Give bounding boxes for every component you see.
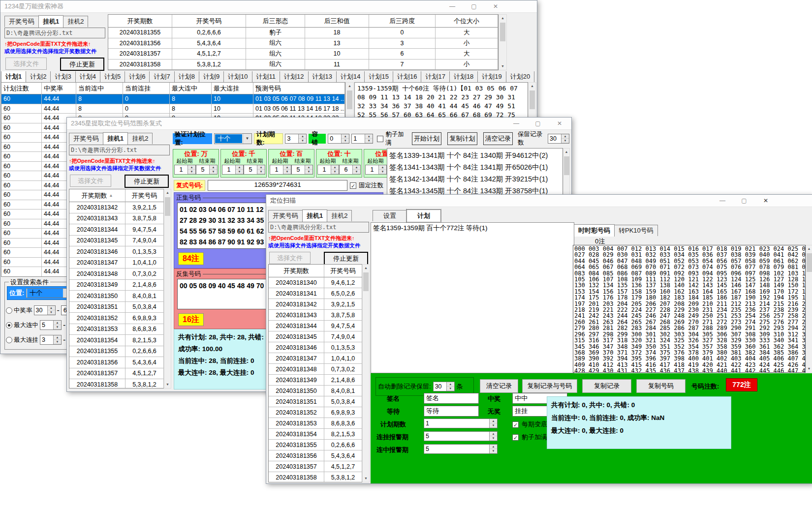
stop-update-button[interactable]: 停止更新 <box>60 58 104 71</box>
spinner-buttons[interactable]: ▲▼ <box>257 165 265 174</box>
choose-file-button[interactable]: 选择文件 <box>70 175 111 187</box>
table-row[interactable]: 2024031813526,9,8,9,3 <box>269 407 362 418</box>
table-row[interactable]: 2024031813433,8,7,5,8 <box>269 310 362 321</box>
table-row[interactable]: 2024031813548,2,1,5,3 <box>269 429 362 440</box>
win2-titlebar[interactable]: 2345星提取定位号码范围杀复式 — ▢ ✕ <box>67 118 571 130</box>
close-icon[interactable]: ✕ <box>549 118 570 130</box>
table-row[interactable]: 2024031813449,4,7,5,4 <box>269 321 362 331</box>
stop-update-button[interactable]: 停止更新 <box>125 175 169 188</box>
tab-计划12[interactable]: 计划12 <box>280 71 308 82</box>
tolerance-spinner-1[interactable]: 0▲▼ <box>328 134 349 144</box>
spinner-buttons[interactable]: ▲▼ <box>53 335 61 344</box>
table-row[interactable]: 2024031813585,3,8,1,2组六117小 <box>108 60 498 70</box>
radio-最大连中[interactable] <box>6 322 12 329</box>
table-row[interactable]: 2024031813409,4,6,1,2 <box>269 277 362 288</box>
spinner[interactable]: 1▲▼ <box>174 165 196 175</box>
close-icon[interactable]: ✕ <box>485 0 506 13</box>
table-row[interactable]: 2024031813480,7,3,0,2 <box>69 269 164 280</box>
table-row[interactable]: 2024031813492,1,4,8,6 <box>69 280 164 291</box>
tab-计划6[interactable]: 计划6 <box>125 71 150 82</box>
choose-file-button[interactable]: 选择文件 <box>269 252 311 264</box>
choose-file-button[interactable]: 选择文件 <box>5 58 47 70</box>
spinner-buttons[interactable]: ▲▼ <box>283 165 291 174</box>
column-header-0[interactable]: 开奖期数 <box>108 15 172 28</box>
table-row[interactable]: 2024031813492,1,4,8,6 <box>269 375 362 386</box>
column-header-0[interactable]: 开奖期数 ▲ <box>69 189 125 202</box>
table-row[interactable]: 2024031813526,9,8,9,3 <box>69 313 164 324</box>
tab-计划15[interactable]: 计划15 <box>364 71 393 82</box>
spinner-buttons[interactable]: ▲▼ <box>331 165 339 174</box>
tab-计划18[interactable]: 计划18 <box>449 71 478 82</box>
clear-records-button[interactable]: 清空记录 <box>480 379 518 393</box>
table-row[interactable]: 2024031813548,2,1,5,3 <box>69 335 164 346</box>
table-row[interactable]: 2024031813538,6,8,3,6 <box>269 418 362 429</box>
change-base-checkbox[interactable]: ✓ <box>512 420 519 429</box>
tab-计划2[interactable]: 计划2 <box>26 71 51 82</box>
spinner[interactable]: 1▲▼ <box>365 165 387 175</box>
spinner[interactable]: 5▲▼ <box>196 165 218 175</box>
table-row[interactable]: 2024031813480,7,3,0,2 <box>269 364 362 375</box>
column-header-2[interactable]: 后三形态 <box>246 15 305 28</box>
column-header-1[interactable]: 开奖号码 <box>125 189 164 202</box>
win3-titlebar[interactable]: 定位扫描 — ▢ ✕ <box>266 195 812 207</box>
file-path-field[interactable]: D:\奇趣腾讯分分彩.txt <box>268 222 369 233</box>
column-header-2[interactable]: 当前连中 <box>76 83 123 94</box>
start-plan-button[interactable]: 开始计划 <box>412 132 441 145</box>
spinner-buttons[interactable]: ▲▼ <box>187 165 195 174</box>
draw-table-scrollbar[interactable]: ▲▼ <box>499 14 507 70</box>
tab-时时彩号码[interactable]: 时时彩号码 <box>574 224 615 237</box>
verify-pos-combobox[interactable]: 十个 ▼ <box>214 133 252 144</box>
spinner-buttons[interactable]: ▲▼ <box>209 165 217 174</box>
tab-挂机2[interactable]: 挂机2 <box>127 133 153 144</box>
draw-table-scrollbar[interactable]: ▲▼ <box>164 189 171 388</box>
spinner-buttons[interactable]: ▲▼ <box>235 165 243 174</box>
tab-挂机1[interactable]: 挂机1 <box>302 209 327 222</box>
file-path-field[interactable]: D:\奇趣腾讯分分彩.txt <box>69 145 170 155</box>
column-header-0[interactable]: 开奖期数 <box>269 265 324 277</box>
tab-计划7[interactable]: 计划7 <box>149 71 174 82</box>
spinner[interactable]: 1▲▼ <box>270 165 291 175</box>
column-header-5[interactable]: 最大连挂 <box>212 83 253 94</box>
tab-计划11[interactable]: 计划11 <box>252 71 281 82</box>
table-row[interactable]: 2024031813550,2,6,6,6豹子180大 <box>108 28 498 38</box>
minimize-icon[interactable]: — <box>441 0 463 13</box>
spinner[interactable]: 5▲▼ <box>244 165 265 175</box>
baozi-full-checkbox[interactable]: ✓ <box>512 433 519 442</box>
spinner[interactable]: 1▲▼ <box>222 165 244 175</box>
table-row[interactable]: 2024031813433,8,7,5,8 <box>69 213 164 225</box>
spinner[interactable]: 3▲▼ <box>40 335 62 345</box>
column-header-0[interactable]: 计划注数 <box>1 83 42 94</box>
column-header-1[interactable]: 中奖率 <box>42 83 76 94</box>
tab-计划14[interactable]: 计划14 <box>336 71 365 82</box>
spinner[interactable]: 30▲▼ <box>34 305 56 315</box>
plan-periods-spinner[interactable]: 1▲▼ <box>424 418 498 428</box>
file-path-field[interactable]: D:\奇趣腾讯分分彩.txt <box>4 28 105 38</box>
tolerance-spinner-2[interactable]: 1▲▼ <box>351 134 373 144</box>
column-header-1[interactable]: 开奖号码 <box>324 265 362 277</box>
chevron-down-icon[interactable]: ▼ <box>243 134 251 144</box>
tab-挂机1[interactable]: 挂机1 <box>38 15 63 28</box>
tab-计划[interactable]: 计划 <box>406 209 441 222</box>
spinner[interactable]: 6▲▼ <box>339 165 361 175</box>
period-spinner[interactable]: 3▲▼ <box>285 134 307 144</box>
table-row[interactable]: 2024031813565,4,3,6,4 <box>69 357 164 368</box>
win1-titlebar[interactable]: 1234星万能搜索神器 — ▢ ✕ <box>0 0 537 13</box>
table-row[interactable]: 2024031813574,5,1,2,7 <box>269 461 362 472</box>
table-row[interactable]: 2024031813471,0,4,1,0 <box>69 258 164 269</box>
table-row[interactable]: 2024031813460,1,3,5,3 <box>69 246 164 258</box>
maximize-icon[interactable]: ▢ <box>527 118 549 130</box>
tab-计划13[interactable]: 计划13 <box>308 71 337 82</box>
spinner[interactable]: 5▲▼ <box>40 320 62 330</box>
tab-计划17[interactable]: 计划17 <box>421 71 449 82</box>
tab-开奖号码[interactable]: 开奖号码 <box>69 133 103 144</box>
column-header-4[interactable]: 最大连中 <box>170 83 212 94</box>
tab-计划9[interactable]: 计划9 <box>199 71 224 82</box>
table-row[interactable]: 2024031813508,4,0,8,1 <box>269 386 362 396</box>
draw-table-scrollbar[interactable]: ▲▼ <box>362 264 370 482</box>
table-row[interactable]: 2024031813449,4,7,5,4 <box>69 224 164 236</box>
spinner[interactable]: 5▲▼ <box>291 165 313 175</box>
clear-records-button[interactable]: 清空记录 <box>483 132 513 145</box>
column-header-3[interactable]: 后三和值 <box>305 15 369 28</box>
keep-records-spinner[interactable]: 30▲▼ <box>548 134 569 144</box>
table-row[interactable]: 2024031813457,4,9,0,4 <box>69 236 164 247</box>
